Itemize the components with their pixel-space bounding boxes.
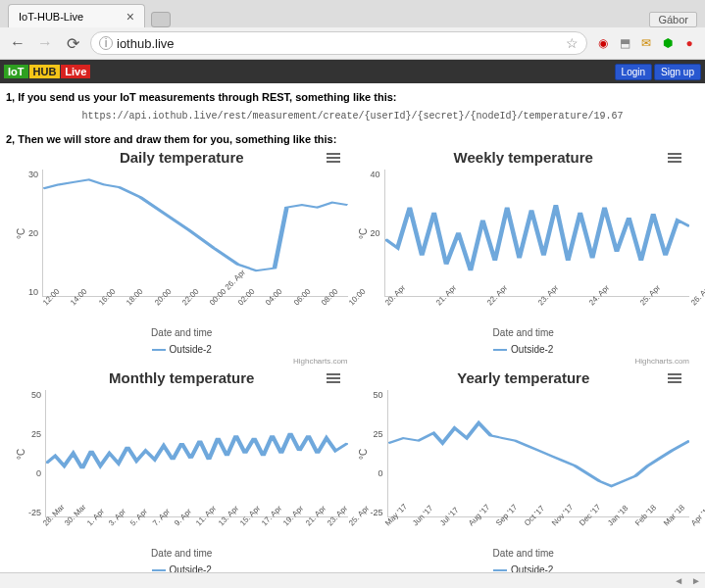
chart-yearly: Yearly temperature °C 50 25 0 -25 May '1… (358, 369, 690, 575)
status-bar: ◄ ► (0, 572, 705, 588)
extension-icon[interactable]: ⬒ (617, 35, 632, 51)
bookmark-icon[interactable]: ☆ (566, 35, 579, 51)
chart-menu-icon[interactable] (668, 373, 681, 383)
chart-legend[interactable]: Outside-2 (358, 344, 690, 355)
profile-badge[interactable]: Gábor (649, 12, 697, 27)
x-axis-ticks: 12:00 14:00 16:00 18:00 20:00 22:00 00:0… (41, 297, 348, 310)
reload-icon[interactable]: ⟳ (63, 34, 82, 53)
browser-toolbar: ← → ⟳ i iothub.live ☆ ◉ ⬒ ✉ ⬢ ● (0, 27, 705, 59)
y-axis-label: °C (358, 170, 369, 297)
extension-icon[interactable]: ⬢ (660, 35, 676, 51)
logo-iot: IoT (4, 65, 28, 78)
chart-title: Monthly temperature (16, 369, 348, 386)
close-icon[interactable]: × (126, 9, 134, 24)
logo-hub: HUB (29, 65, 61, 78)
chart-credit[interactable]: Highcharts.com (358, 357, 690, 366)
intro-line-2: 2, Then we will store and draw them for … (6, 133, 699, 145)
new-tab-button[interactable] (151, 12, 171, 27)
api-example-code: https://api.iothub.live/rest/measurement… (6, 107, 699, 129)
page-header: IoT HUB Live Login Sign up (0, 60, 705, 83)
browser-tab[interactable]: IoT-HUB-Live × (8, 4, 145, 27)
y-axis-ticks: 50 25 0 -25 (371, 390, 387, 517)
chart-menu-icon[interactable] (327, 373, 340, 383)
intro-line-1: 1, If you send us your IoT measurements … (6, 91, 699, 103)
forward-icon[interactable]: → (35, 34, 55, 52)
url-text: iothub.live (117, 36, 566, 51)
x-axis-ticks: May '17 Jun '17 Jul '17 Aug '17 Sep '17 … (383, 517, 690, 530)
tab-title: IoT-HUB-Live (19, 11, 83, 23)
x-axis-label: Date and time (358, 327, 690, 338)
signup-button[interactable]: Sign up (654, 64, 701, 80)
x-axis-ticks: 28. Mar 30. Mar 1. Apr 3. Apr 5. Apr 7. … (41, 517, 348, 530)
x-axis-label: Date and time (358, 548, 690, 559)
chart-credit[interactable]: Highcharts.com (16, 357, 348, 366)
y-axis-label: °C (358, 390, 369, 517)
login-button[interactable]: Login (615, 64, 652, 80)
chart-menu-icon[interactable] (668, 153, 681, 163)
logo[interactable]: IoT HUB Live (4, 65, 90, 78)
chart-plot-area[interactable] (384, 170, 689, 297)
y-axis-label: °C (16, 390, 26, 517)
site-info-icon[interactable]: i (99, 36, 113, 50)
logo-live: Live (61, 65, 90, 78)
x-axis-ticks: 20. Apr 21. Apr 22. Apr 23. Apr 24. Apr … (383, 297, 690, 310)
extensions: ◉ ⬒ ✉ ⬢ ● (595, 35, 697, 51)
tab-bar: IoT-HUB-Live × Gábor (0, 0, 705, 27)
chart-grid: Daily temperature °C 30 20 10 12:00 14:0… (6, 149, 699, 575)
back-icon[interactable]: ← (8, 34, 27, 52)
chart-menu-icon[interactable] (327, 153, 340, 163)
extension-icon[interactable]: ✉ (638, 35, 654, 51)
y-axis-label: °C (16, 170, 26, 297)
legend-swatch (493, 349, 507, 351)
scroll-right-icon[interactable]: ► (687, 575, 705, 586)
chart-plot-area[interactable] (42, 170, 347, 297)
chart-title: Daily temperature (16, 149, 348, 166)
address-bar[interactable]: i iothub.live ☆ (90, 31, 587, 55)
x-axis-label: Date and time (16, 327, 348, 338)
scroll-left-icon[interactable]: ◄ (670, 575, 687, 586)
y-axis-ticks: 30 20 10 (28, 170, 42, 297)
chart-legend[interactable]: Outside-2 (16, 344, 348, 355)
chart-monthly: Monthly temperature °C 50 25 0 -25 28. M… (16, 369, 348, 575)
chart-title: Weekly temperature (358, 149, 690, 166)
page-content: 1, If you send us your IoT measurements … (0, 83, 705, 575)
chart-daily: Daily temperature °C 30 20 10 12:00 14:0… (16, 149, 348, 366)
x-axis-label: Date and time (16, 548, 348, 559)
browser-chrome: IoT-HUB-Live × Gábor ← → ⟳ i iothub.live… (0, 0, 705, 60)
y-axis-ticks: 50 25 0 -25 (28, 390, 45, 517)
chart-plot-area[interactable] (387, 390, 689, 517)
y-axis-ticks: 40 20 (371, 170, 384, 297)
chart-plot-area[interactable] (45, 390, 347, 517)
extension-icon[interactable]: ● (681, 35, 697, 51)
extension-icon[interactable]: ◉ (595, 35, 611, 51)
legend-swatch (152, 349, 166, 351)
chart-weekly: Weekly temperature °C 40 20 20. Apr 21. … (358, 149, 690, 366)
chart-title: Yearly temperature (358, 369, 690, 386)
